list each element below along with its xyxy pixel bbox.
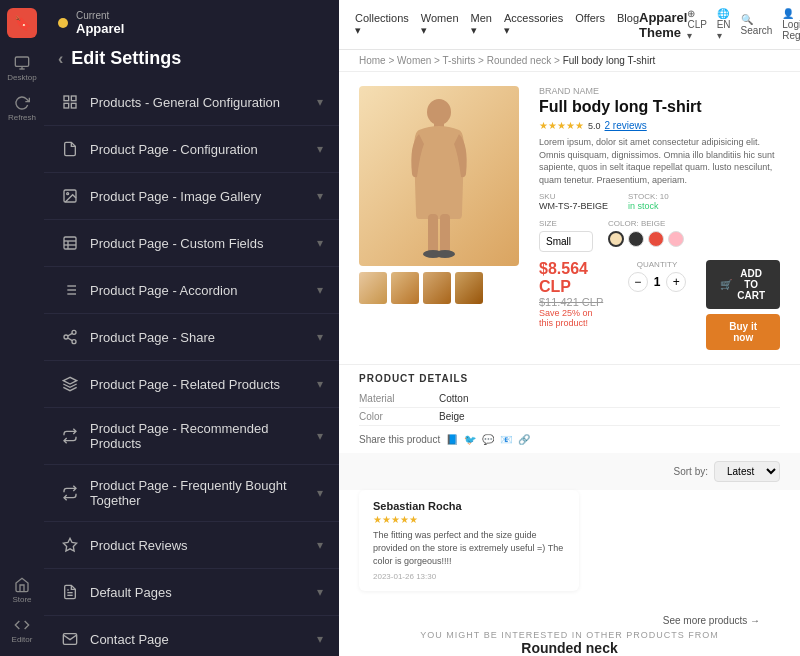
thumb-3[interactable]	[423, 272, 451, 304]
settings-item-page-config[interactable]: Product Page - Configuration ▾	[44, 126, 339, 173]
list-icon	[60, 280, 80, 300]
color-detail-label: Color	[359, 411, 439, 422]
settings-item-image-gallery[interactable]: Product Page - Image Gallery ▾	[44, 173, 339, 220]
facebook-icon[interactable]: 📘	[446, 434, 458, 445]
product-title: Full body long T-shirt	[539, 98, 780, 116]
related-title: Rounded neck	[359, 640, 780, 656]
nav-actions: ⊕ CLP ▾ 🌐 EN ▾ 🔍 Search 👤 Login / Regist…	[687, 8, 800, 41]
nav-brand: Apparel Theme	[639, 10, 687, 40]
svg-rect-5	[71, 103, 76, 108]
svg-line-23	[68, 333, 73, 336]
desktop-nav-button[interactable]: Desktop	[4, 50, 40, 86]
size-option: SIZE Small	[539, 219, 593, 252]
add-to-cart-button[interactable]: 🛒 ADD TO CART	[706, 260, 780, 309]
svg-point-33	[435, 250, 455, 258]
desktop-label: Desktop	[7, 73, 36, 82]
nav-accessories[interactable]: Accessories ▾	[504, 12, 563, 37]
nav-search[interactable]: 🔍 Search	[741, 14, 773, 36]
product-description: Lorem ipsum, dolor sit amet consectetur …	[539, 136, 780, 186]
sku-label: SKU	[539, 192, 608, 201]
link-icon[interactable]: 🔗	[518, 434, 530, 445]
nav-blog[interactable]: Blog	[617, 12, 639, 37]
star-rating: ★★★★★	[539, 120, 584, 131]
current-store: Current Apparel	[44, 0, 339, 42]
settings-item-related[interactable]: Product Page - Related Products ▾	[44, 361, 339, 408]
store-name: Apparel	[76, 21, 124, 36]
settings-item-reviews[interactable]: Product Reviews ▾	[44, 522, 339, 569]
reviews-label: Product Reviews	[90, 538, 307, 553]
thumb-2[interactable]	[391, 272, 419, 304]
settings-item-general[interactable]: Products - General Configuration ▾	[44, 79, 339, 126]
contact-label: Contact Page	[90, 632, 307, 647]
nav-clp[interactable]: ⊕ CLP ▾	[687, 8, 706, 41]
material-label: Material	[359, 393, 439, 404]
recommended-label: Product Page - Recommended Products	[90, 421, 307, 451]
color-option: COLOR: Beige	[608, 219, 684, 252]
size-color-options: SIZE Small COLOR: Beige	[539, 219, 780, 252]
settings-item-recommended[interactable]: Product Page - Recommended Products ▾	[44, 408, 339, 465]
original-price: $11.421 CLP	[539, 296, 608, 308]
settings-item-frequently[interactable]: Product Page - Frequently Bought Togethe…	[44, 465, 339, 522]
sort-select[interactable]: Latest	[714, 461, 780, 482]
see-more-link[interactable]: See more products →	[663, 615, 760, 626]
whatsapp-icon[interactable]: 💬	[482, 434, 494, 445]
svg-line-22	[68, 338, 73, 341]
settings-item-contact[interactable]: Contact Page ▾	[44, 616, 339, 656]
buy-now-button[interactable]: Buy it now	[706, 314, 780, 350]
thumbnail-images	[359, 272, 519, 304]
app-logo: 🔖	[7, 8, 37, 38]
swatch-pink[interactable]	[668, 231, 684, 247]
twitter-icon[interactable]: 🐦	[464, 434, 476, 445]
price-area: $8.564 CLP $11.421 CLP Save 25% on this …	[539, 260, 780, 350]
sku-value: WM-TS-7-BEIGE	[539, 201, 608, 211]
chevron-icon: ▾	[317, 585, 323, 599]
editor-nav-button[interactable]: Editor	[4, 612, 40, 648]
svg-rect-4	[71, 96, 76, 101]
nav-men[interactable]: Men ▾	[471, 12, 492, 37]
color-swatches	[608, 231, 684, 247]
current-price: $8.564 CLP	[539, 260, 608, 296]
material-value: Cotton	[439, 393, 468, 404]
current-label: Current	[76, 10, 124, 21]
thumb-1[interactable]	[359, 272, 387, 304]
swatch-red[interactable]	[648, 231, 664, 247]
product-details: Brand Name Full body long T-shirt ★★★★★ …	[539, 86, 780, 350]
swatch-black[interactable]	[628, 231, 644, 247]
email-share-icon[interactable]: 📧	[500, 434, 512, 445]
nav-offers[interactable]: Offers	[575, 12, 605, 37]
thumb-4[interactable]	[455, 272, 483, 304]
frequently-label: Product Page - Frequently Bought Togethe…	[90, 478, 307, 508]
sort-by: Sort by: Latest	[674, 461, 780, 482]
review-stars: ★★★★★	[373, 514, 565, 525]
back-button[interactable]: ‹	[58, 50, 63, 68]
size-select[interactable]: Small	[539, 231, 593, 252]
settings-item-default[interactable]: Default Pages ▾	[44, 569, 339, 616]
refresh-nav-button[interactable]: Refresh	[4, 90, 40, 126]
settings-item-share[interactable]: Product Page - Share ▾	[44, 314, 339, 361]
qty-increase[interactable]: +	[666, 272, 686, 292]
color-detail-value: Beige	[439, 411, 465, 422]
chevron-icon: ▾	[317, 538, 323, 552]
swatch-beige[interactable]	[608, 231, 624, 247]
review-date: 2023-01-26 13:30	[373, 572, 565, 581]
settings-item-accordion[interactable]: Product Page - Accordion ▾	[44, 267, 339, 314]
nav-women[interactable]: Women ▾	[421, 12, 459, 37]
store-nav-button[interactable]: Store	[4, 572, 40, 608]
qty-decrease[interactable]: −	[628, 272, 648, 292]
nav-collections[interactable]: Collections ▾	[355, 12, 409, 37]
page-config-label: Product Page - Configuration	[90, 142, 307, 157]
nav-en[interactable]: 🌐 EN ▾	[717, 8, 731, 41]
nav-login[interactable]: 👤 Login / Register	[782, 8, 800, 41]
qty-value: 1	[654, 275, 661, 289]
review-text: The fitting was perfect and the size gui…	[373, 529, 565, 567]
review-count[interactable]: 2 reviews	[605, 120, 647, 131]
color-label: COLOR: Beige	[608, 219, 684, 228]
settings-item-custom-fields[interactable]: Product Page - Custom Fields ▾	[44, 220, 339, 267]
svg-rect-31	[440, 214, 450, 254]
image-gallery-label: Product Page - Image Gallery	[90, 189, 307, 204]
file2-icon	[60, 582, 80, 602]
svg-point-28	[427, 99, 451, 125]
star-icon	[60, 535, 80, 555]
chevron-icon: ▾	[317, 283, 323, 297]
svg-marker-25	[63, 538, 76, 551]
